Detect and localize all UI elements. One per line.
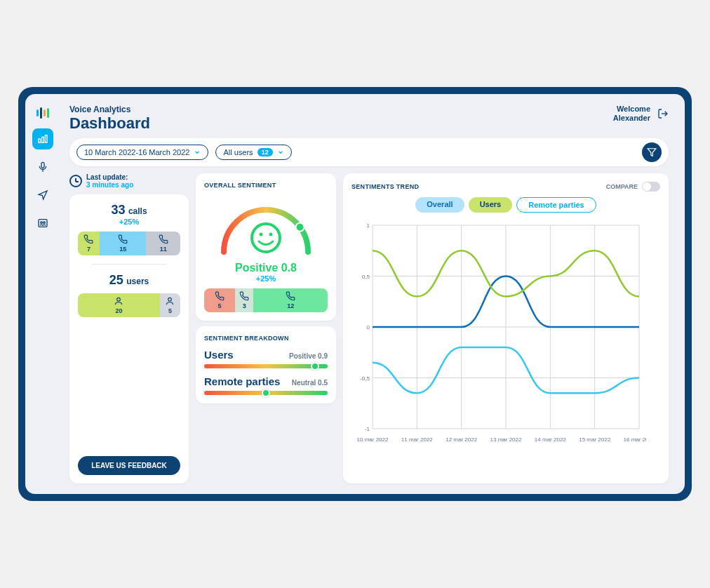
breakdown-label: Users [204, 349, 234, 361]
column-sentiment: OVERALL SENTIMENT [196, 173, 336, 483]
svg-rect-1 [42, 137, 44, 142]
svg-point-11 [168, 298, 172, 301]
page-title: Dashboard [69, 114, 150, 133]
user-name: Alexander [613, 114, 650, 123]
trend-title: SENTIMENTS TREND [351, 183, 419, 190]
segment[interactable]: 12 [253, 288, 328, 312]
sidebar [29, 98, 57, 490]
svg-marker-9 [648, 149, 656, 156]
legend-users[interactable]: Users [469, 197, 513, 213]
app-logo [34, 105, 52, 121]
segment[interactable]: 5 [204, 288, 235, 312]
svg-text:1: 1 [367, 222, 370, 229]
users-stat: 25 users [78, 273, 180, 288]
svg-rect-2 [45, 135, 47, 143]
svg-text:14 mar 2022: 14 mar 2022 [535, 436, 566, 443]
column-overview: Last update: 3 minutes ago 33 calls +25%… [69, 173, 189, 483]
sentiments-trend-card: SENTIMENTS TREND COMPARE Overall Users R… [343, 173, 669, 483]
calls-delta: +25% [78, 218, 180, 226]
users-count-badge: 12 [257, 148, 273, 156]
welcome-block: Welcome Alexander [613, 105, 650, 123]
breakdown-value: Positive 0.9 [289, 352, 328, 360]
legend-remote[interactable]: Remote parties [516, 197, 596, 213]
feedback-button[interactable]: LEAVE US FEEDBACK [78, 456, 180, 475]
segment[interactable]: 5 [160, 293, 180, 317]
page-subtitle: Voice Analytics [69, 105, 150, 114]
users-filter-label: All users [223, 148, 253, 156]
divider [92, 264, 166, 265]
svg-text:16 mar 2022: 16 mar 2022 [624, 436, 646, 443]
segment[interactable]: 3 [235, 288, 253, 312]
breakdown-title: SENTIMENT BREAKDOWN [204, 335, 328, 342]
welcome-label: Welcome [613, 105, 650, 114]
svg-point-12 [296, 223, 304, 232]
sentiment-delta: +25% [256, 274, 276, 283]
svg-point-7 [43, 222, 46, 224]
calls-segments: 71511 [78, 232, 180, 255]
sidebar-item-recordings[interactable] [32, 156, 53, 178]
svg-rect-0 [39, 139, 41, 142]
filter-button[interactable] [642, 142, 662, 162]
filter-bar: 10 March 2022-16 March 2022 All users 12 [69, 138, 669, 166]
users-unit: users [126, 276, 149, 286]
segment[interactable]: 7 [78, 232, 100, 255]
sentiment-value: Positive 0.8 [235, 262, 297, 274]
last-update: Last update: 3 minutes ago [69, 173, 189, 189]
chevron-down-icon [277, 149, 284, 156]
segment[interactable]: 20 [78, 293, 160, 317]
svg-rect-3 [41, 162, 44, 168]
svg-text:0,5: 0,5 [362, 274, 370, 280]
logout-icon[interactable] [657, 108, 669, 119]
trend-chart: -1-0,500,5110 mar 202211 mar 202212 mar … [351, 218, 660, 450]
legend-overall[interactable]: Overall [415, 197, 464, 213]
calls-count: 33 [111, 203, 125, 217]
calls-stat: 33 calls +25% [78, 203, 180, 226]
trend-legend: Overall Users Remote parties [351, 197, 660, 213]
content-grid: Last update: 3 minutes ago 33 calls +25%… [69, 173, 669, 483]
users-segments: 205 [78, 293, 180, 317]
svg-text:12 mar 2022: 12 mar 2022 [446, 436, 477, 443]
calls-unit: calls [128, 206, 147, 216]
svg-text:10 mar 2022: 10 mar 2022 [357, 436, 389, 443]
svg-point-14 [260, 233, 263, 236]
last-update-value: 3 minutes ago [86, 181, 133, 189]
sidebar-item-dashboard[interactable] [32, 128, 53, 149]
breakdown-value: Neutral 0.5 [292, 379, 328, 387]
users-count: 25 [109, 273, 123, 287]
breakdown-row: UsersPositive 0.9 [204, 349, 328, 368]
header: Voice Analytics Dashboard Welcome Alexan… [69, 105, 669, 133]
svg-rect-5 [39, 220, 47, 227]
sentiment-breakdown-card: SENTIMENT BREAKDOWN UsersPositive 0.9Rem… [196, 326, 336, 403]
sidebar-item-people[interactable] [32, 213, 53, 234]
date-range-value: 10 March 2022-16 March 2022 [84, 148, 189, 156]
svg-point-15 [269, 233, 273, 236]
svg-point-13 [252, 224, 280, 252]
svg-text:-1: -1 [365, 426, 370, 432]
sentiment-segments: 5312 [204, 288, 328, 312]
svg-point-10 [117, 298, 121, 301]
svg-text:13 mar 2022: 13 mar 2022 [490, 436, 522, 443]
svg-text:15 mar 2022: 15 mar 2022 [579, 436, 610, 443]
device-frame: Voice Analytics Dashboard Welcome Alexan… [18, 87, 692, 501]
segment[interactable]: 11 [146, 232, 180, 255]
segment[interactable]: 15 [100, 232, 146, 255]
breakdown-slider[interactable] [204, 391, 328, 395]
app-screen: Voice Analytics Dashboard Welcome Alexan… [25, 94, 685, 494]
compare-control: COMPARE [606, 182, 660, 192]
svg-text:11 mar 2022: 11 mar 2022 [401, 436, 433, 443]
last-update-label: Last update: [86, 173, 133, 181]
users-filter-select[interactable]: All users 12 [215, 145, 291, 160]
overall-sentiment-card: OVERALL SENTIMENT [196, 173, 336, 321]
sidebar-item-alerts[interactable] [32, 185, 53, 206]
clock-icon [69, 175, 82, 187]
breakdown-slider[interactable] [204, 364, 328, 368]
compare-toggle[interactable] [642, 182, 660, 192]
svg-text:-0,5: -0,5 [360, 375, 370, 382]
chevron-down-icon [194, 149, 201, 156]
svg-text:0: 0 [367, 324, 370, 330]
svg-point-6 [41, 222, 43, 224]
date-range-select[interactable]: 10 March 2022-16 March 2022 [76, 145, 208, 160]
breakdown-label: Remote parties [204, 375, 280, 387]
overview-card: 33 calls +25% 71511 25 users 205 LEAVE U… [69, 194, 189, 483]
main-area: Voice Analytics Dashboard Welcome Alexan… [57, 98, 681, 490]
